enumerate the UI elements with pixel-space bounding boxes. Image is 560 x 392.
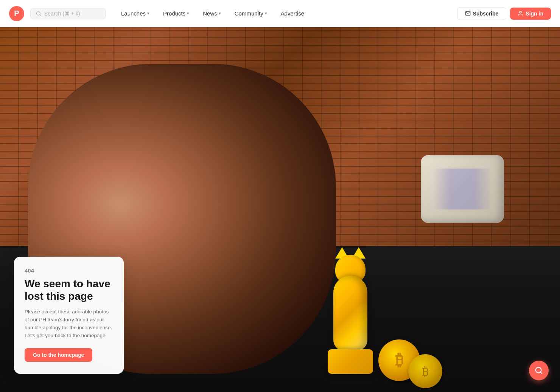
navbar: P Search (⌘ + k) Launches ▾ Products ▾ N…	[0, 0, 560, 27]
chevron-down-icon: ▾	[219, 11, 221, 16]
nav-item-community[interactable]: Community ▾	[229, 7, 273, 20]
pillow-decoration	[421, 155, 504, 223]
fab-search-button[interactable]	[529, 361, 549, 380]
signin-button[interactable]: Sign in	[510, 8, 551, 20]
svg-point-0	[37, 11, 40, 15]
search-placeholder: Search (⌘ + k)	[44, 11, 80, 17]
search-fab-icon	[535, 366, 543, 375]
chevron-down-icon: ▾	[265, 11, 267, 16]
svg-line-1	[40, 14, 41, 15]
nav-right-actions: Subscribe Sign in	[457, 7, 551, 20]
pillow-stripe	[433, 169, 492, 209]
logo[interactable]: P	[9, 6, 24, 21]
error-description: Please accept these adorable photos of o…	[25, 308, 113, 340]
nav-item-products[interactable]: Products ▾	[157, 7, 195, 20]
nav-item-news[interactable]: News ▾	[197, 7, 227, 20]
svg-point-4	[536, 367, 541, 373]
go-to-homepage-button[interactable]: Go to the homepage	[25, 348, 92, 362]
cat-body	[333, 276, 367, 351]
gold-cat-statue	[320, 253, 381, 374]
nav-item-launches[interactable]: Launches ▾	[115, 7, 156, 20]
error-code: 404	[25, 267, 113, 274]
logo-icon[interactable]: P	[9, 6, 24, 21]
error-card: 404 We seem to have lost this page Pleas…	[14, 257, 124, 374]
svg-line-5	[541, 372, 542, 373]
user-icon	[518, 11, 523, 16]
svg-point-3	[520, 11, 521, 13]
error-title: We seem to have lost this page	[25, 277, 113, 303]
hero-section: ₿ ₿ 404 We seem to have lost this page P…	[0, 27, 560, 392]
search-box[interactable]: Search (⌘ + k)	[30, 8, 106, 19]
cat-base	[328, 349, 373, 374]
nav-item-advertise[interactable]: Advertise	[275, 7, 311, 20]
subscribe-button[interactable]: Subscribe	[457, 7, 507, 20]
chevron-down-icon: ▾	[147, 11, 149, 16]
email-icon	[465, 11, 471, 16]
chevron-down-icon: ▾	[187, 11, 189, 16]
search-icon	[36, 11, 41, 16]
nav-items: Launches ▾ Products ▾ News ▾ Community ▾…	[115, 7, 310, 20]
bitcoin-coin-2: ₿	[408, 354, 442, 388]
